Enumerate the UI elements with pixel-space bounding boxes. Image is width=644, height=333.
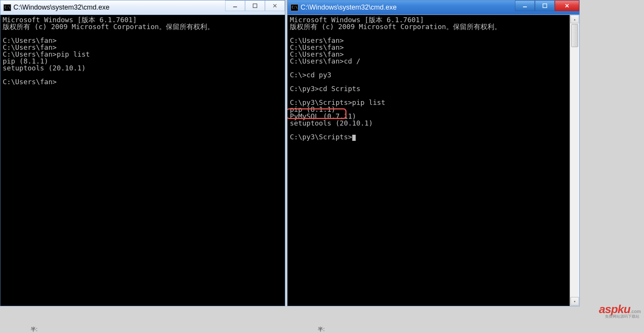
titlebar-left[interactable]: C:\. C:\Windows\system32\cmd.exe <box>0 0 285 15</box>
console-line: C:\Users\fan>cd / <box>290 58 567 65</box>
cmd-window-right: C:\. C:\Windows\system32\cmd.exe Microso… <box>287 0 580 306</box>
scroll-up-button[interactable]: ▴ <box>570 15 579 23</box>
console-line <box>290 65 567 72</box>
watermark-subtitle: 免费网站源码下载站 <box>605 314 639 319</box>
console-line: 版权所有 (c) 2009 Microsoft Corporation。保留所有… <box>3 23 283 30</box>
cursor <box>352 135 356 141</box>
status-text-left: 半: <box>31 323 69 333</box>
console-line: setuptools (20.10.1) <box>3 65 283 72</box>
scroll-thumb[interactable] <box>571 24 578 47</box>
console-line: C:\>cd py3 <box>290 72 567 78</box>
maximize-button[interactable] <box>245 0 265 11</box>
console-line: C:\Users\fan> <box>3 78 283 85</box>
window-title: C:\Windows\system32\cmd.exe <box>301 3 515 11</box>
window-title: C:\Windows\system32\cmd.exe <box>13 3 225 11</box>
maximize-button[interactable] <box>535 0 555 11</box>
console-output-left[interactable]: Microsoft Windows [版本 6.1.7601]版权所有 (c) … <box>0 15 285 306</box>
minimize-button[interactable] <box>225 0 245 11</box>
close-button[interactable] <box>555 0 579 11</box>
console-line: C:\py3>cd Scripts <box>290 85 567 92</box>
window-controls-left <box>225 0 285 15</box>
close-button[interactable] <box>265 0 285 11</box>
cmd-icon: C:\. <box>291 4 298 11</box>
vertical-scrollbar[interactable]: ▴ ▾ <box>570 15 579 305</box>
scroll-down-button[interactable]: ▾ <box>570 297 579 305</box>
svg-rect-3 <box>543 4 547 8</box>
console-line: 版权所有 (c) 2009 Microsoft Corporation。保留所有… <box>290 23 567 30</box>
titlebar-right[interactable]: C:\. C:\Windows\system32\cmd.exe <box>288 0 579 15</box>
svg-rect-1 <box>253 4 257 8</box>
svg-rect-0 <box>233 7 237 7</box>
svg-rect-2 <box>523 7 527 7</box>
cmd-icon: C:\. <box>3 4 11 11</box>
console-output-right[interactable]: Microsoft Windows [版本 6.1.7601]版权所有 (c) … <box>288 15 570 306</box>
minimize-button[interactable] <box>515 0 535 11</box>
console-line: setuptools (20.10.1) <box>290 120 567 127</box>
status-text-right: 半: <box>318 323 356 333</box>
window-controls-right <box>515 0 579 15</box>
console-line: C:\py3\Scripts> <box>290 134 567 141</box>
cmd-window-left: C:\. C:\Windows\system32\cmd.exe Microso… <box>0 0 285 306</box>
